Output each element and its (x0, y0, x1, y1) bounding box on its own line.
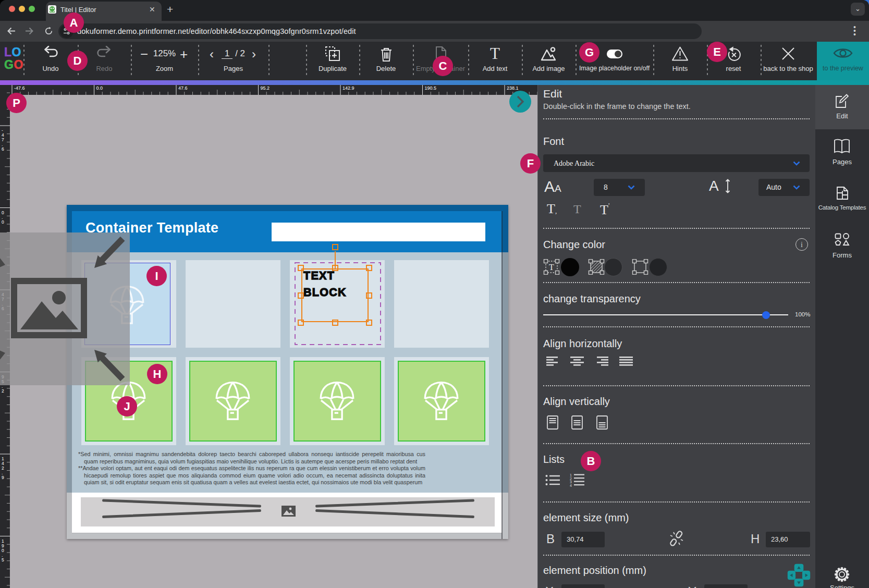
svg-text:0.0: 0.0 (96, 85, 103, 91)
svg-text:5: 5 (2, 557, 4, 562)
svg-text:T: T (549, 263, 554, 272)
svg-text:190.5: 190.5 (425, 85, 437, 91)
svg-text:142.9: 142.9 (342, 85, 354, 91)
svg-text:0: 0 (2, 219, 4, 225)
svg-text:6: 6 (2, 146, 4, 152)
svg-text:9: 9 (2, 475, 4, 480)
svg-text:4: 4 (570, 484, 572, 487)
svg-text:238.1: 238.1 (507, 85, 519, 91)
svg-text:47.6: 47.6 (178, 85, 188, 91)
svg-text:95.2: 95.2 (261, 85, 270, 91)
svg-text:2: 2 (2, 388, 4, 394)
svg-text:-47.6: -47.6 (14, 85, 25, 91)
